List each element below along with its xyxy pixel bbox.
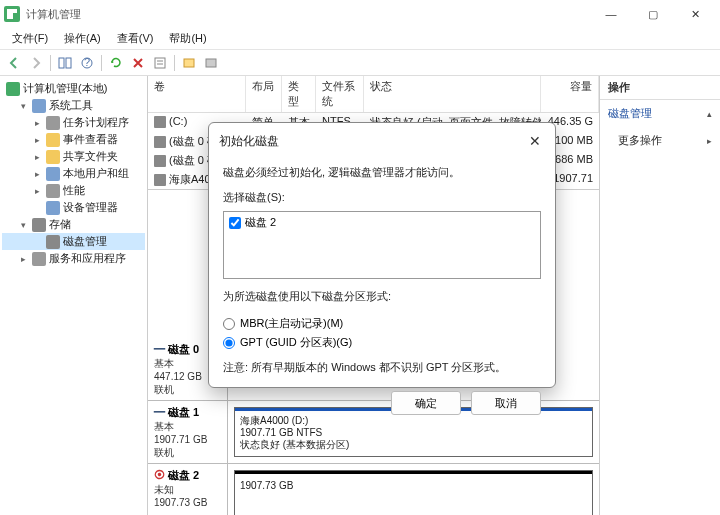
tree-performance[interactable]: ▸性能 [2,182,145,199]
volume-icon [154,155,166,167]
collapse-icon[interactable]: ▾ [18,219,29,230]
dialog-note: 注意: 所有早期版本的 Windows 都不识别 GPT 分区形式。 [223,360,541,375]
titlebar: 计算机管理 ― ▢ ✕ [0,0,720,28]
dialog-close-button[interactable]: ✕ [525,131,545,151]
services-icon [32,252,46,266]
expand-icon[interactable]: ▸ [32,168,43,179]
tree-services[interactable]: ▸服务和应用程序 [2,250,145,267]
users-icon [46,167,60,181]
menubar: 文件(F) 操作(A) 查看(V) 帮助(H) [0,28,720,50]
view-details-button[interactable] [201,53,221,73]
col-filesystem[interactable]: 文件系统 [316,76,364,112]
collapse-icon[interactable]: ▾ [18,100,29,111]
minimize-button[interactable]: ― [590,1,632,27]
select-disk-label: 选择磁盘(S): [223,190,541,205]
disk-row-2[interactable]: ⦿ 磁盘 2 未知 1907.73 GB 1907.73 GB [148,464,599,515]
volume-icon [154,136,166,148]
performance-icon [46,184,60,198]
svg-rect-7 [184,59,194,67]
computer-icon [6,82,20,96]
dialog-title: 初始化磁盘 [219,133,525,150]
svg-rect-1 [66,58,71,68]
expand-icon[interactable]: ▸ [32,185,43,196]
tree-storage[interactable]: ▾存储 [2,216,145,233]
navigation-tree: 计算机管理(本地) ▾系统工具 ▸任务计划程序 ▸事件查看器 ▸共享文件夹 ▸本… [0,76,148,515]
col-layout[interactable]: 布局 [246,76,282,112]
svg-rect-4 [155,58,165,68]
show-hide-tree-button[interactable] [55,53,75,73]
initialize-disk-dialog: 初始化磁盘 ✕ 磁盘必须经过初始化, 逻辑磁盘管理器才能访问。 选择磁盘(S):… [208,122,556,388]
chevron-right-icon: ▸ [707,136,712,146]
toolbar: ? [0,50,720,76]
volume-icon [154,116,166,128]
disk-checkbox-item[interactable]: 磁盘 2 [229,215,535,230]
properties-button[interactable] [150,53,170,73]
partition-unallocated[interactable]: 1907.73 GB [234,470,593,515]
disk-list[interactable]: 磁盘 2 [223,211,541,279]
volume-table-header: 卷 布局 类型 文件系统 状态 容量 [148,76,599,113]
view-list-button[interactable] [179,53,199,73]
menu-file[interactable]: 文件(F) [4,29,56,48]
clock-icon [46,116,60,130]
cancel-button[interactable]: 取消 [471,391,541,415]
tree-disk-management[interactable]: 磁盘管理 [2,233,145,250]
menu-help[interactable]: 帮助(H) [161,29,214,48]
help-button[interactable]: ? [77,53,97,73]
tree-local-users[interactable]: ▸本地用户和组 [2,165,145,182]
disk-2-checkbox[interactable] [229,217,241,229]
forward-button[interactable] [26,53,46,73]
mbr-radio[interactable] [223,318,235,330]
mbr-radio-item[interactable]: MBR(主启动记录)(M) [223,314,541,333]
close-button[interactable]: ✕ [674,1,716,27]
disk-icon [46,235,60,249]
volume-icon [154,174,166,186]
device-icon [46,201,60,215]
storage-icon [32,218,46,232]
tree-system-tools[interactable]: ▾系统工具 [2,97,145,114]
ok-button[interactable]: 确定 [391,391,461,415]
chevron-up-icon: ▴ [707,109,712,119]
actions-pane: 操作 磁盘管理▴ 更多操作▸ [600,76,720,515]
window-title: 计算机管理 [26,7,590,22]
tree-event-viewer[interactable]: ▸事件查看器 [2,131,145,148]
delete-button[interactable] [128,53,148,73]
back-button[interactable] [4,53,24,73]
gpt-radio[interactable] [223,337,235,349]
tree-root[interactable]: 计算机管理(本地) [2,80,145,97]
svg-rect-0 [59,58,64,68]
actions-title: 操作 [600,76,720,100]
folder-icon [46,150,60,164]
app-icon [4,6,20,22]
disk-info: ⦿ 磁盘 2 未知 1907.73 GB [148,464,228,515]
menu-action[interactable]: 操作(A) [56,29,109,48]
tools-icon [32,99,46,113]
col-status[interactable]: 状态 [364,76,541,112]
expand-icon[interactable]: ▸ [32,117,43,128]
dialog-message: 磁盘必须经过初始化, 逻辑磁盘管理器才能访问。 [223,165,541,180]
expand-icon[interactable]: ▸ [18,253,29,264]
menu-view[interactable]: 查看(V) [109,29,162,48]
maximize-button[interactable]: ▢ [632,1,674,27]
tree-task-scheduler[interactable]: ▸任务计划程序 [2,114,145,131]
actions-more[interactable]: 更多操作▸ [600,127,720,154]
svg-text:?: ? [84,56,90,68]
col-type[interactable]: 类型 [282,76,316,112]
tree-shared-folders[interactable]: ▸共享文件夹 [2,148,145,165]
partition-style-label: 为所选磁盘使用以下磁盘分区形式: [223,289,541,304]
svg-rect-8 [206,59,216,67]
col-volume[interactable]: 卷 [148,76,246,112]
tree-device-manager[interactable]: 设备管理器 [2,199,145,216]
expand-icon[interactable]: ▸ [32,134,43,145]
event-icon [46,133,60,147]
gpt-radio-item[interactable]: GPT (GUID 分区表)(G) [223,333,541,352]
col-capacity[interactable]: 容量 [541,76,599,112]
actions-disk-mgmt[interactable]: 磁盘管理▴ [600,100,720,127]
refresh-button[interactable] [106,53,126,73]
expand-icon[interactable]: ▸ [32,151,43,162]
